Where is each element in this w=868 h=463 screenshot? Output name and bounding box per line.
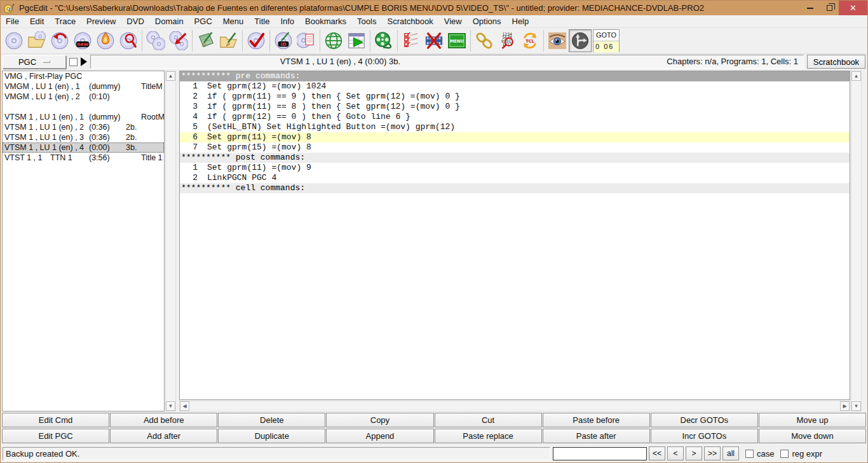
search-input[interactable] [553, 447, 647, 460]
action-button[interactable]: Delete [218, 413, 325, 427]
menu-editor-button[interactable]: MENU [445, 29, 468, 52]
pgc-list-row[interactable]: VTSM 1 , LU 1 (en) , 1 (dummy) RootM [3, 112, 164, 122]
regexp-checkbox[interactable] [780, 450, 789, 458]
renumber-cells-button[interactable]: 12345678910111213 [496, 29, 519, 52]
dvd-copy-button[interactable] [144, 29, 167, 52]
command-line[interactable]: ********** pre commands: [180, 71, 850, 81]
trace-button[interactable] [569, 29, 592, 52]
pgc-domain-menubutton[interactable]: PGC [3, 55, 66, 69]
menu-item[interactable]: Bookmarks [305, 17, 353, 26]
commands-vscrollbar[interactable]: ▲ ▼ [851, 71, 862, 411]
menu-item[interactable]: Menu [223, 17, 250, 26]
scroll-up-icon[interactable]: ▲ [851, 71, 861, 81]
play-icon[interactable] [81, 57, 87, 66]
pgc-list-row[interactable]: VMG , First-Play PGC [3, 71, 164, 81]
menu-item[interactable]: View [444, 17, 468, 26]
dvd-save-button[interactable] [245, 29, 268, 52]
action-button[interactable]: Move down [759, 429, 866, 443]
dvd-open-button[interactable] [3, 29, 25, 52]
pgc-list-row[interactable]: VMGM , LU 1 (en) , 1 (dummy) TitleM [3, 81, 164, 92]
action-button[interactable]: Edit Cmd [2, 413, 109, 427]
scratchbook-button[interactable]: Scratchbook [807, 55, 865, 69]
link-button[interactable] [473, 29, 496, 52]
command-line[interactable]: 5 (SetHL_BTN) Set Highlighted Button =(m… [180, 122, 850, 132]
pgc-list-row[interactable]: VTSM 1 , LU 1 (en) , 2 (0:36) 2b. [3, 122, 164, 132]
command-line[interactable]: ********** post commands: [180, 153, 850, 163]
pgc-list-row[interactable]: VTST 1 , 1 TTN 1 (3:56) Title 1 [3, 153, 164, 163]
menu-item[interactable]: Title [254, 17, 276, 26]
command-line[interactable]: 2 LinkPGCN PGC 4 [180, 173, 850, 183]
menu-item[interactable]: Tools [357, 17, 383, 26]
dvd-new-button[interactable]: new [71, 29, 94, 52]
dvd-burn-button[interactable] [94, 29, 117, 52]
kill-titles-button[interactable] [423, 29, 445, 52]
menu-item[interactable]: Info [280, 17, 301, 26]
command-line[interactable]: 2 if ( gprm(11) == 9 ) then { Set gprm(1… [180, 92, 850, 102]
dvd-import-button[interactable] [167, 29, 190, 52]
action-button[interactable]: Decr GOTOs [651, 413, 758, 427]
command-line[interactable]: 3 if ( gprm(11) == 8 ) then { Set gprm(1… [180, 102, 850, 112]
menu-item[interactable]: DVD [126, 17, 150, 26]
action-button[interactable]: Append [326, 429, 433, 443]
menu-item[interactable]: Trace [55, 17, 82, 26]
region-free-button[interactable] [322, 29, 345, 52]
scroll-up-icon[interactable]: ▲ [166, 71, 175, 81]
search-nav-button[interactable]: all [722, 446, 739, 460]
copy-ifo-button[interactable] [295, 29, 318, 52]
command-line[interactable]: 4 if ( gprm(12) == 0 ) then { Goto line … [180, 112, 850, 122]
pgc-list-vscrollbar[interactable]: ▲ ▼ [165, 71, 176, 411]
command-line[interactable]: 1 Set gprm(12) =(mov) 1024 [180, 81, 850, 92]
menu-item[interactable]: Domain [155, 17, 190, 26]
preview-button[interactable] [546, 29, 569, 52]
tcl-console-button[interactable]: TCL [519, 29, 541, 52]
pgc-list-row[interactable]: VTSM 1 , LU 1 (en) , 3 (0:36) 2b. [3, 132, 164, 142]
command-line[interactable]: 7 Set gprm(15) =(mov) 8 [180, 142, 850, 153]
close-button[interactable]: ✕ [839, 1, 867, 15]
scroll-left-icon[interactable]: ◀ [180, 401, 189, 411]
action-button[interactable]: Duplicate [218, 429, 325, 443]
scroll-down-icon[interactable]: ▼ [851, 401, 861, 411]
action-button[interactable]: Add before [110, 413, 217, 427]
command-list-button[interactable] [400, 29, 423, 52]
restore-button[interactable] [820, 1, 839, 15]
command-line[interactable]: ********** cell commands: [180, 183, 850, 193]
search-nav-button[interactable]: >> [704, 446, 721, 460]
menu-item[interactable]: Edit [30, 17, 50, 26]
dvd-search-button[interactable] [117, 29, 140, 52]
menu-item[interactable]: Help [512, 17, 536, 26]
menu-item[interactable]: Options [473, 17, 508, 26]
command-line[interactable]: 1 Set gprm(11) =(mov) 9 [180, 163, 850, 173]
log-open-button[interactable] [217, 29, 240, 52]
action-button[interactable]: Cut [435, 413, 542, 427]
search-nav-button[interactable]: < [667, 446, 684, 460]
menu-item[interactable]: File [6, 17, 25, 26]
action-button[interactable]: Paste replace [435, 429, 542, 443]
edit-ids-button[interactable]: ID [272, 29, 295, 52]
action-button[interactable]: Copy [326, 413, 433, 427]
action-button[interactable]: Paste before [543, 413, 650, 427]
log-save-button[interactable] [194, 29, 217, 52]
pgc-checkbox[interactable] [69, 58, 78, 66]
action-button[interactable]: Edit PGC [2, 429, 109, 443]
pgc-list-row[interactable]: VMGM , LU 1 (en) , 2 (0:10) [3, 92, 164, 102]
menu-item[interactable]: PGC [194, 17, 219, 26]
command-line[interactable]: 6 Set gprm(11) =(mov) 8 [180, 132, 850, 142]
search-nav-button[interactable]: << [649, 446, 665, 460]
pgc-list-row[interactable] [3, 102, 164, 112]
action-button[interactable]: Add after [110, 429, 217, 443]
commands-hscrollbar[interactable]: ◀ ▶ [179, 401, 850, 411]
pgc-list-row[interactable]: VTSM 1 , LU 1 (en) , 4 (0:00) 3b. [3, 142, 164, 153]
title-table-play-button[interactable] [345, 29, 368, 52]
action-button[interactable]: Paste after [543, 429, 650, 443]
case-checkbox[interactable] [745, 450, 754, 458]
movie-button[interactable] [372, 29, 395, 52]
action-button[interactable]: Move up [759, 413, 866, 427]
search-nav-button[interactable]: > [686, 446, 702, 460]
dvd-open-folder-button[interactable] [25, 29, 48, 52]
scroll-down-icon[interactable]: ▼ [166, 401, 175, 411]
menu-item[interactable]: Preview [86, 17, 122, 26]
minimize-button[interactable] [801, 1, 820, 15]
menu-item[interactable]: Scratchbook [387, 17, 439, 26]
action-button[interactable]: Incr GOTOs [651, 429, 758, 443]
dvd-reload-button[interactable] [48, 29, 71, 52]
